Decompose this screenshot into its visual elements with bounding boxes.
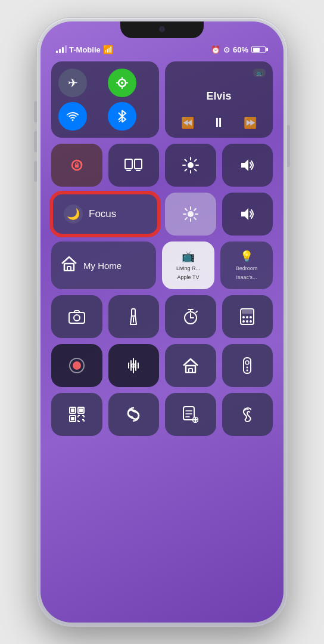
row-home-devices: My Home 📺 Living R... Apple TV 💡 Bedroom… (51, 242, 273, 289)
skip-back-button[interactable]: ⏪ (181, 116, 194, 129)
brightness-icon (182, 157, 199, 174)
row-utilities (51, 144, 273, 187)
device1-line2: Apple TV (177, 274, 200, 281)
svg-line-34 (194, 209, 196, 210)
location-icon: ⊙ (223, 45, 230, 54)
row-icons-1 (51, 295, 273, 338)
add-to-notes-button[interactable] (165, 393, 216, 436)
svg-line-23 (194, 169, 196, 171)
phone-screen: T-Mobile 📶 ⏰ ⊙ 60% (40, 21, 284, 623)
svg-point-51 (242, 316, 245, 318)
rotation-lock-icon (68, 157, 85, 174)
svg-rect-41 (132, 309, 135, 316)
cellular-icon (116, 76, 129, 89)
flashlight-button[interactable] (108, 295, 160, 338)
svg-point-1 (121, 82, 123, 84)
apple-tv-icon: 📺 (256, 70, 263, 76)
home-label: My Home (83, 261, 122, 271)
remote-icon (242, 357, 252, 374)
svg-point-54 (242, 320, 245, 323)
battery-percent: 60% (233, 45, 248, 54)
audio-waves-icon (127, 357, 140, 374)
hearing-aid-button[interactable] (222, 393, 273, 436)
row-icons-3 (51, 393, 273, 436)
shazam-button[interactable] (108, 393, 160, 436)
ear-icon (240, 406, 254, 423)
wifi-button-icon (66, 111, 79, 122)
svg-line-48 (196, 311, 197, 312)
device1-line1: Living R... (176, 265, 200, 272)
house-icon (61, 256, 77, 271)
svg-rect-14 (135, 159, 142, 169)
now-playing-controls: ⏪ ⏸ ⏩ (172, 115, 266, 131)
status-right: ⏰ ⊙ 60% (211, 45, 268, 54)
audio-recognition-button[interactable] (108, 344, 160, 387)
notch (120, 21, 204, 38)
battery-icon (251, 46, 268, 53)
svg-point-52 (246, 316, 248, 318)
svg-rect-50 (242, 310, 253, 314)
record-video-button[interactable] (51, 344, 102, 387)
carrier-label: T-Mobile (69, 45, 101, 54)
airplane-mode-button[interactable]: ✈ (58, 69, 87, 97)
svg-line-33 (194, 218, 196, 219)
now-playing-tile[interactable]: 📺 Elvis ⏪ ⏸ ⏩ (165, 61, 273, 138)
wifi-button[interactable] (58, 102, 87, 131)
volume-tile[interactable] (222, 193, 273, 236)
focus-icon: 🌙 (64, 205, 83, 224)
svg-marker-36 (241, 208, 248, 220)
play-pause-button[interactable]: ⏸ (212, 115, 225, 131)
control-center: ✈ (51, 59, 273, 438)
svg-line-24 (194, 160, 196, 162)
camera-button[interactable] (51, 295, 102, 338)
device2-line2: Isaac's... (236, 274, 257, 281)
remote-button[interactable] (222, 344, 273, 387)
screen-mirror-button[interactable] (108, 144, 160, 187)
home2-icon (182, 358, 199, 373)
shazam-icon (127, 406, 140, 423)
connectivity-tile: ✈ (51, 61, 159, 138)
brightness-tile[interactable] (165, 193, 216, 236)
svg-point-55 (246, 320, 248, 323)
timer-button[interactable] (165, 295, 216, 338)
volume-slider[interactable] (222, 144, 273, 187)
svg-line-22 (185, 160, 186, 162)
calculator-button[interactable] (222, 295, 273, 338)
qr-scanner-button[interactable] (51, 393, 102, 436)
timer-icon (183, 308, 198, 325)
svg-point-68 (245, 361, 249, 364)
apple-tv-device-icon: 📺 (182, 250, 195, 263)
skip-forward-button[interactable]: ⏩ (244, 116, 257, 129)
camera-icon (68, 309, 85, 324)
svg-rect-13 (125, 159, 132, 169)
row-connectivity-nowplaying: ✈ (51, 61, 273, 138)
phone-frame: T-Mobile 📶 ⏰ ⊙ 60% (37, 18, 287, 626)
record-icon (68, 357, 85, 374)
svg-point-64 (132, 364, 135, 367)
svg-point-69 (247, 367, 248, 369)
calculator-icon (240, 308, 254, 325)
status-left: T-Mobile 📶 (56, 45, 113, 54)
volume-speaker-icon (239, 208, 255, 221)
svg-rect-39 (69, 312, 85, 323)
svg-rect-72 (71, 408, 74, 412)
svg-rect-85 (183, 407, 194, 420)
brightness-slider[interactable] (165, 144, 216, 187)
cellular-button[interactable] (108, 69, 136, 97)
living-room-apple-tv[interactable]: 📺 Living R... Apple TV (162, 242, 214, 289)
home-button[interactable]: My Home (51, 242, 156, 289)
svg-point-58 (73, 361, 81, 370)
brightness-sun-icon (183, 206, 198, 222)
focus-button[interactable]: 🌙 Focus (51, 193, 159, 236)
qr-icon (69, 407, 85, 422)
bedroom-device[interactable]: 💡 Bedroom Isaac's... (220, 242, 273, 289)
bulb-icon: 💡 (240, 250, 253, 263)
svg-rect-74 (79, 408, 83, 412)
row-icons-2 (51, 344, 273, 387)
svg-line-35 (185, 218, 187, 219)
svg-point-53 (250, 316, 252, 318)
home2-button[interactable] (165, 344, 216, 387)
bluetooth-button[interactable] (108, 102, 136, 131)
row-focus: 🌙 Focus (51, 193, 273, 236)
screen-rotation-lock-button[interactable] (51, 144, 102, 187)
